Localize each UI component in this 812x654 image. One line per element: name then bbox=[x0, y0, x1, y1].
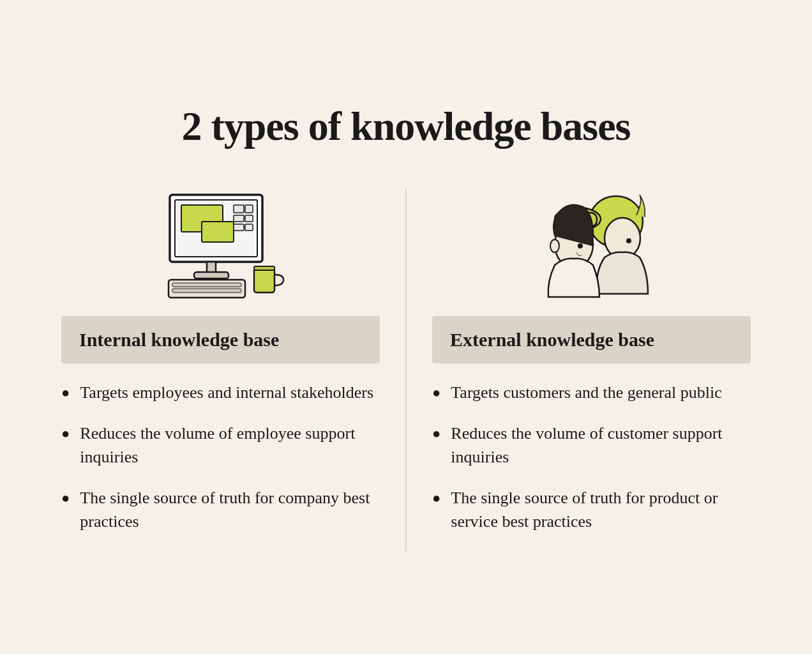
internal-bullet-3: The single source of truth for company b… bbox=[61, 487, 380, 533]
svg-rect-8 bbox=[245, 215, 253, 222]
external-bullet-3: The single source of truth for product o… bbox=[432, 487, 751, 533]
internal-header-box: Internal knowledge base bbox=[61, 316, 380, 363]
page-container: 2 types of knowledge bases bbox=[23, 77, 789, 577]
internal-icon-area bbox=[61, 176, 380, 303]
svg-rect-6 bbox=[234, 224, 244, 231]
svg-rect-5 bbox=[234, 215, 244, 222]
external-header-text: External knowledge base bbox=[450, 329, 654, 350]
external-bullet-list: Targets customers and the general public… bbox=[432, 381, 751, 533]
svg-rect-7 bbox=[245, 205, 253, 213]
svg-point-24 bbox=[550, 240, 559, 252]
columns-container: Internal knowledge base Targets employee… bbox=[61, 176, 751, 551]
internal-bullet-2: Reduces the volume of employee support i… bbox=[61, 422, 380, 469]
people-icon bbox=[528, 188, 656, 303]
svg-rect-11 bbox=[194, 272, 229, 278]
external-icon-area bbox=[432, 176, 751, 303]
svg-rect-3 bbox=[202, 222, 234, 242]
svg-rect-14 bbox=[172, 289, 241, 293]
external-header-box: External knowledge base bbox=[432, 316, 751, 363]
external-bullet-2: Reduces the volume of customer support i… bbox=[432, 422, 751, 469]
external-column: External knowledge base Targets customer… bbox=[432, 176, 751, 551]
internal-header-text: Internal knowledge base bbox=[79, 329, 279, 350]
computer-icon bbox=[157, 188, 285, 303]
column-divider bbox=[405, 188, 407, 551]
svg-point-19 bbox=[626, 238, 631, 243]
page-title: 2 types of knowledge bases bbox=[61, 103, 751, 150]
svg-point-23 bbox=[578, 243, 583, 248]
internal-bullet-list: Targets employees and internal stakehold… bbox=[61, 381, 380, 533]
svg-rect-15 bbox=[254, 268, 274, 293]
internal-bullet-1: Targets employees and internal stakehold… bbox=[61, 381, 380, 404]
svg-rect-16 bbox=[254, 266, 274, 270]
internal-column: Internal knowledge base Targets employee… bbox=[61, 176, 380, 551]
svg-rect-13 bbox=[172, 283, 241, 287]
svg-rect-9 bbox=[245, 224, 253, 231]
svg-rect-4 bbox=[234, 205, 244, 213]
external-bullet-1: Targets customers and the general public bbox=[432, 381, 751, 404]
